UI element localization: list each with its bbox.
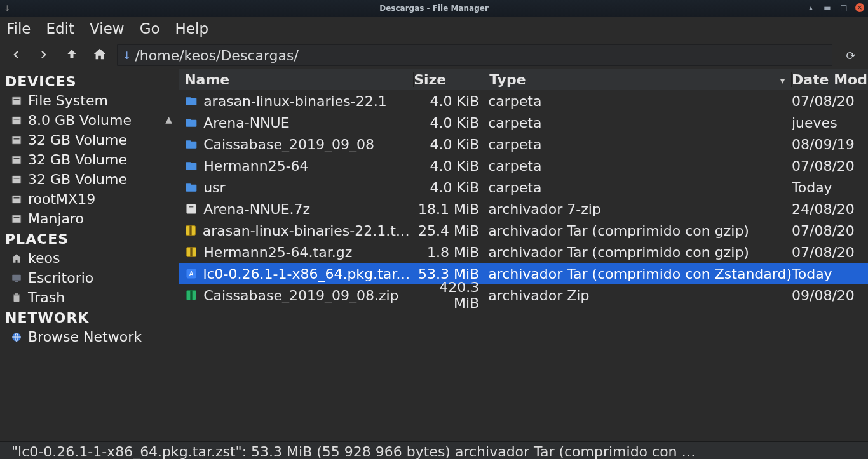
- sidebar-item-label: File System: [28, 93, 108, 109]
- file-date: jueves: [792, 115, 868, 131]
- sidebar-device-item[interactable]: Manjaro: [4, 209, 175, 229]
- file-row[interactable]: Hermann25-64 4.0 KiB carpeta 07/08/20: [179, 155, 868, 176]
- sidebar-item-label: keos: [28, 250, 60, 266]
- file-name: Hermann25-64.tar.gz: [203, 244, 352, 260]
- nav-up-button[interactable]: [64, 48, 80, 63]
- nav-forward-button[interactable]: [36, 48, 52, 63]
- sidebar-device-item[interactable]: 8.0 GB Volume▲: [4, 110, 175, 130]
- file-type: archivador Tar (comprimido con gzip): [484, 244, 792, 260]
- file-name: lc0-0.26.1-1-x86_64.pkg.tar.zst: [203, 266, 413, 282]
- eject-icon[interactable]: ▲: [165, 114, 172, 124]
- sidebar-device-item[interactable]: File System: [4, 91, 175, 110]
- status-text: "lc0-0.26.1-1-x86_64.pkg.tar.zst": 53.3 …: [11, 444, 696, 459]
- file-date: 09/08/20: [792, 288, 868, 303]
- file-date: Today: [792, 180, 868, 196]
- targz-icon: [184, 245, 198, 259]
- file-row[interactable]: Hermann25-64.tar.gz 1.8 MiB archivador T…: [179, 241, 868, 263]
- file-name: Arena-NNUE: [203, 115, 289, 131]
- sidebar-item-label: 8.0 GB Volume: [28, 112, 132, 128]
- file-name: Caissabase_2019_09_08: [203, 136, 374, 152]
- file-date: 24/08/20: [792, 201, 868, 217]
- file-row[interactable]: Arena-NNUE 4.0 KiB carpeta jueves: [179, 112, 868, 133]
- file-row[interactable]: Arena-NNUE.7z 18.1 MiB archivador 7-zip …: [179, 198, 868, 220]
- sidebar-device-item[interactable]: 32 GB Volume: [4, 170, 175, 189]
- window-close-button[interactable]: ×: [855, 3, 864, 12]
- i-drive-icon: [10, 115, 23, 126]
- file-row[interactable]: usr 4.0 KiB carpeta Today: [179, 176, 868, 198]
- window-minimize-icon[interactable]: ▬: [822, 3, 832, 13]
- sidebar-device-item[interactable]: 32 GB Volume: [4, 130, 175, 150]
- col-date[interactable]: Date Mod: [792, 72, 868, 88]
- menu-help[interactable]: Help: [173, 19, 211, 38]
- file-type: archivador 7-zip: [484, 201, 792, 217]
- col-size[interactable]: Size: [414, 72, 485, 88]
- file-date: Today: [792, 266, 868, 282]
- sidebar-places-header: PLACES: [5, 231, 173, 247]
- file-name: Arena-NNUE.7z: [203, 201, 310, 217]
- sidebar-item-label: rootMX19: [28, 191, 95, 207]
- menu-edit[interactable]: Edit: [44, 19, 78, 38]
- nav-back-button[interactable]: [8, 48, 24, 63]
- i-drive-icon: [10, 213, 23, 225]
- file-size: 4.0 KiB: [413, 115, 484, 131]
- file-date: 07/08/20: [792, 223, 868, 239]
- file-row[interactable]: arasan-linux-binaries-22.1.tar.… 25.4 Mi…: [179, 220, 868, 241]
- file-type: archivador Zip: [484, 288, 792, 303]
- targz-icon: [184, 223, 198, 237]
- i-drive-icon: [10, 135, 23, 146]
- sidebar-place-item[interactable]: keos: [4, 248, 175, 268]
- file-row[interactable]: lc0-0.26.1-1-x86_64.pkg.tar.zst 53.3 MiB…: [179, 263, 868, 284]
- sort-indicator-icon: ▾: [780, 76, 785, 86]
- file-size: 25.4 MiB: [413, 223, 484, 239]
- 7z-icon: [184, 202, 198, 216]
- nav-home-button[interactable]: [92, 47, 108, 64]
- statusbar: "lc0-0.26.1-1-x86_64.pkg.tar.zst": 53.3 …: [0, 441, 868, 459]
- file-size: 420.3 MiB: [413, 279, 484, 311]
- sidebar-network-item[interactable]: Browse Network: [4, 327, 175, 347]
- sidebar-device-item[interactable]: rootMX19: [4, 189, 175, 209]
- sidebar: DEVICES File System8.0 GB Volume▲32 GB V…: [0, 69, 179, 441]
- path-entry[interactable]: ↓ /home/keos/Descargas/: [117, 44, 832, 66]
- menu-go[interactable]: Go: [137, 19, 163, 38]
- file-size: 4.0 KiB: [413, 158, 484, 174]
- file-type: carpeta: [484, 180, 792, 196]
- window-title: Descargas - File Manager: [379, 4, 489, 13]
- i-drive-icon: [10, 174, 23, 185]
- refresh-button[interactable]: ⟳: [841, 49, 860, 62]
- sidebar-place-item[interactable]: Escritorio: [4, 268, 175, 288]
- sidebar-item-label: Browse Network: [28, 329, 142, 345]
- folder-icon: [184, 94, 198, 108]
- file-pane: Name Size Type ▾ Date Mod arasan-linux-b…: [179, 69, 868, 441]
- file-name: Hermann25-64: [203, 158, 308, 174]
- i-drive-icon: [10, 154, 23, 166]
- window-shade-icon[interactable]: ▴: [806, 3, 816, 13]
- file-row[interactable]: arasan-linux-binaries-22.1 4.0 KiB carpe…: [179, 90, 868, 112]
- sidebar-item-label: 32 GB Volume: [28, 171, 127, 187]
- file-size: 1.8 MiB: [413, 244, 484, 260]
- file-type: archivador Tar (comprimido con Zstandard…: [484, 266, 792, 282]
- file-size: 4.0 KiB: [413, 93, 484, 109]
- file-type: carpeta: [484, 158, 792, 174]
- menu-view[interactable]: View: [87, 19, 127, 38]
- file-date: 07/08/20: [792, 244, 868, 260]
- file-size: 4.0 KiB: [413, 136, 484, 152]
- sidebar-place-item[interactable]: Trash: [4, 288, 175, 307]
- sidebar-item-label: 32 GB Volume: [28, 152, 127, 168]
- i-drive-icon: [10, 95, 23, 107]
- downloads-folder-icon: ↓: [123, 50, 131, 62]
- menu-file[interactable]: File: [4, 19, 34, 38]
- file-type: carpeta: [484, 115, 792, 131]
- sidebar-item-label: Trash: [28, 289, 65, 305]
- window-maximize-icon[interactable]: □: [839, 3, 849, 13]
- file-name: arasan-linux-binaries-22.1: [203, 93, 386, 109]
- titlebar[interactable]: ↓ Descargas - File Manager ▴ ▬ □ ×: [0, 0, 868, 17]
- toolbar: ↓ /home/keos/Descargas/ ⟳: [0, 42, 868, 69]
- file-row[interactable]: Caissabase_2019_09_08.zip 420.3 MiB arch…: [179, 284, 868, 306]
- sidebar-device-item[interactable]: 32 GB Volume: [4, 150, 175, 170]
- i-drive-icon: [10, 194, 23, 205]
- path-text: /home/keos/Descargas/: [135, 48, 299, 63]
- col-type[interactable]: Type ▾: [485, 72, 791, 88]
- folder-icon: [184, 137, 198, 151]
- file-row[interactable]: Caissabase_2019_09_08 4.0 KiB carpeta 08…: [179, 133, 868, 155]
- col-name[interactable]: Name: [179, 72, 413, 88]
